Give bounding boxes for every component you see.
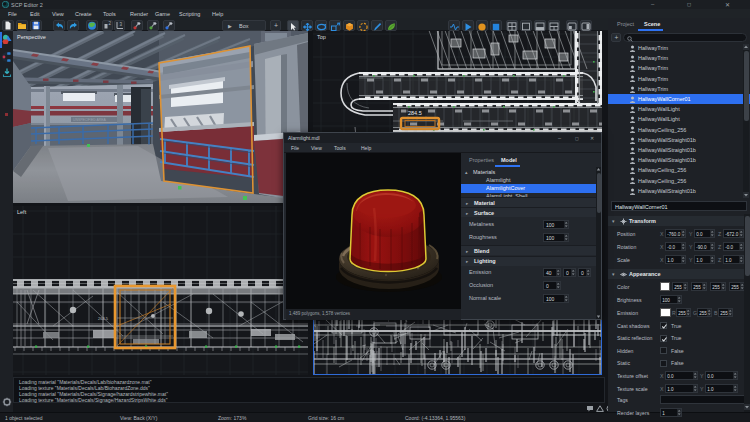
svg-text:2: 2 xyxy=(109,21,112,26)
svg-text:264.5: 264.5 xyxy=(98,316,109,321)
svg-text:Top: Top xyxy=(317,34,326,40)
svg-text:Left: Left xyxy=(17,209,27,215)
svg-text:3: 3 xyxy=(120,21,123,26)
svg-text:Perspective: Perspective xyxy=(17,34,46,40)
svg-text:284.5: 284.5 xyxy=(408,110,422,116)
